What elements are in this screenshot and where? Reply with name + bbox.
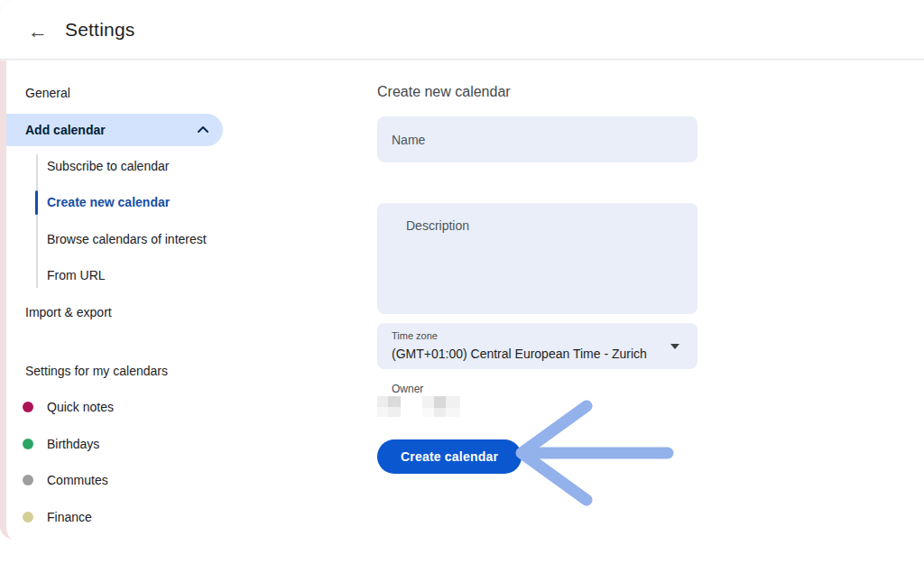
header-divider xyxy=(0,59,924,60)
calendar-color-dot xyxy=(23,512,33,522)
sidebar-item-from-url[interactable]: From URL xyxy=(47,264,106,287)
description-placeholder: Description xyxy=(406,218,469,233)
owner-redacted-block xyxy=(434,396,446,408)
timezone-select[interactable]: Time zone (GMT+01:00) Central European T… xyxy=(377,323,698,369)
settings-page: ← Settings General Add calendar Subscrib… xyxy=(0,0,924,564)
chevron-up-icon xyxy=(196,123,210,137)
calendar-label: Birthdays xyxy=(47,437,99,451)
name-field[interactable]: Name xyxy=(377,116,698,162)
active-item-indicator xyxy=(35,190,38,215)
settings-header: ← Settings xyxy=(0,0,924,60)
sidebar-item-add-calendar[interactable]: Add calendar xyxy=(6,114,223,146)
owner-redacted-block xyxy=(388,407,401,417)
calendar-color-dot xyxy=(23,475,33,485)
create-calendar-button[interactable]: Create calendar xyxy=(377,439,522,474)
owner-redacted-block xyxy=(446,396,460,408)
calendar-label: Quick notes xyxy=(47,400,114,414)
sidebar-item-create-new-calendar[interactable]: Create new calendar xyxy=(47,190,170,214)
sidebar-item-subscribe-to-calendar[interactable]: Subscribe to calendar xyxy=(47,154,169,178)
owner-redacted-block xyxy=(434,408,446,417)
owner-redacted-block xyxy=(377,407,388,417)
settings-for-my-calendars-title: Settings for my calendars xyxy=(25,361,168,381)
timezone-label: Time zone xyxy=(392,330,438,341)
calendar-color-dot xyxy=(23,402,33,412)
owner-redacted-block xyxy=(422,408,434,417)
owner-redacted-block xyxy=(422,396,434,408)
sidebar-calendar-quick-notes[interactable]: Quick notes xyxy=(23,396,114,418)
calendar-color-dot xyxy=(23,439,33,449)
dropdown-caret-icon xyxy=(670,344,679,349)
sidebar-item-general[interactable]: General xyxy=(25,81,70,105)
sidebar-calendar-finance[interactable]: Finance xyxy=(23,506,92,528)
page-title: Settings xyxy=(65,19,134,41)
description-field[interactable]: Description xyxy=(377,203,698,314)
back-arrow-icon[interactable]: ← xyxy=(25,19,51,44)
owner-label: Owner xyxy=(392,383,423,395)
owner-redacted-block xyxy=(377,396,388,407)
name-placeholder: Name xyxy=(392,133,425,147)
add-calendar-label: Add calendar xyxy=(25,123,106,137)
timezone-value: (GMT+01:00) Central European Time - Zuri… xyxy=(392,347,671,361)
calendar-label: Finance xyxy=(47,510,92,524)
sidebar-calendar-birthdays[interactable]: Birthdays xyxy=(23,433,99,455)
calendar-label: Commutes xyxy=(47,473,108,487)
sidebar-item-import-export[interactable]: Import & export xyxy=(25,300,112,324)
owner-redacted-block xyxy=(446,408,460,417)
sidebar-tree-line xyxy=(36,154,38,288)
sidebar-calendar-commutes[interactable]: Commutes xyxy=(23,469,108,491)
sidebar-item-browse-calendars-of-interest[interactable]: Browse calendars of interest xyxy=(47,227,207,251)
form-heading: Create new calendar xyxy=(377,84,511,100)
